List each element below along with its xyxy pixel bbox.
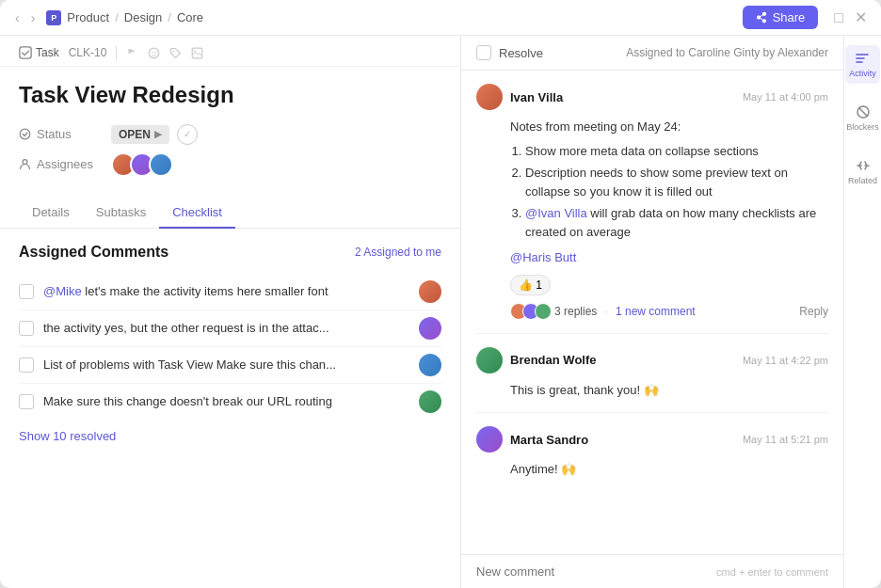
comment-body-brendan: This is great, thank you! 🙌 xyxy=(476,381,828,400)
checklist-section: Assigned Comments 2 Assigned to me @Mike… xyxy=(0,229,460,458)
task-title[interactable]: Task View Redesign xyxy=(19,82,441,109)
comment-time-brendan: May 11 at 4:22 pm xyxy=(743,355,828,366)
svg-rect-0 xyxy=(20,47,31,58)
status-arrow: ▶ xyxy=(154,129,162,139)
checklist-checkbox-2[interactable] xyxy=(19,321,34,336)
checklist-item: @Mike let's make the activity items here… xyxy=(19,274,441,310)
app-window: ‹ › P Product / Design / Core Share □ ✕ xyxy=(0,0,881,588)
task-type-label: Task xyxy=(36,46,59,59)
checklist-checkbox-1[interactable] xyxy=(19,284,34,299)
list-item: Description needs to show some preview t… xyxy=(525,164,828,200)
checklist-checkbox-4[interactable] xyxy=(19,394,34,409)
comment-author-brendan: Brendan Wolfe xyxy=(510,353,597,367)
image-button[interactable] xyxy=(191,47,203,59)
checklist-title: Assigned Comments xyxy=(19,244,168,261)
emoji-icon xyxy=(148,47,160,59)
tab-subtasks[interactable]: Subtasks xyxy=(83,198,159,229)
person-icon xyxy=(19,158,31,170)
svg-point-2 xyxy=(152,51,153,53)
checklist-item: Make sure this change doesn't break our … xyxy=(19,384,441,420)
assigned-badge[interactable]: 2 Assigned to me xyxy=(355,246,441,259)
close-button[interactable]: ✕ xyxy=(852,7,870,28)
reaction-button[interactable]: 👍 1 xyxy=(510,275,551,295)
new-comment-hint: cmd + enter to comment xyxy=(716,566,828,578)
assignees[interactable] xyxy=(111,152,168,177)
resize-button[interactable]: □ xyxy=(831,7,846,28)
reply-button[interactable]: Reply xyxy=(799,305,828,318)
replies-link[interactable]: 3 replies xyxy=(554,305,597,318)
comment-body-marta: Anytime! 🙌 xyxy=(476,460,828,479)
comment-header: Ivan Villa May 11 at 4:00 pm xyxy=(476,84,828,110)
new-comment-input[interactable] xyxy=(476,564,709,579)
share-button[interactable]: Share xyxy=(743,6,819,29)
comment-body-ivan: Notes from meeting on May 24: Show more … xyxy=(476,118,828,267)
titlebar: ‹ › P Product / Design / Core Share □ ✕ xyxy=(0,0,881,36)
breadcrumb-design[interactable]: Design xyxy=(124,10,162,24)
tabs: Details Subtasks Checklist xyxy=(0,198,460,229)
sidebar-activity[interactable]: Activity xyxy=(845,45,880,84)
window-controls: □ ✕ xyxy=(831,7,870,28)
status-label: Status xyxy=(19,127,104,141)
breadcrumb-core[interactable]: Core xyxy=(177,10,203,24)
task-id: CLK-10 xyxy=(69,46,107,59)
new-comment-link[interactable]: 1 new comment xyxy=(616,305,696,318)
comment-block: Brendan Wolfe May 11 at 4:22 pm This is … xyxy=(476,334,828,414)
comment-author-ivan: Ivan Villa xyxy=(510,90,563,104)
svg-point-4 xyxy=(173,50,175,52)
tab-checklist[interactable]: Checklist xyxy=(159,198,235,229)
status-icon xyxy=(19,128,31,140)
product-icon: P xyxy=(46,10,61,25)
ci-avatar-4 xyxy=(419,390,441,413)
list-item: Show more meta data on collapse sections xyxy=(525,142,828,161)
left-panel: Task CLK-10 xyxy=(0,36,461,588)
right-sidebar: Activity Blockers Related xyxy=(843,36,881,588)
assignees-field: Assignees xyxy=(19,152,441,177)
breadcrumb-sep-2: / xyxy=(168,10,171,24)
svg-rect-5 xyxy=(193,48,203,58)
assignees-label: Assignees xyxy=(19,157,104,171)
tab-details[interactable]: Details xyxy=(19,198,83,229)
checklist-item: the activity yes, but the other request … xyxy=(19,310,441,347)
checklist-checkbox-3[interactable] xyxy=(19,358,34,373)
sidebar-related[interactable]: Related xyxy=(844,152,881,191)
resolve-label[interactable]: Resolve xyxy=(499,46,543,60)
svg-point-6 xyxy=(194,50,196,52)
task-toolbar: Task CLK-10 xyxy=(0,36,460,67)
avatar-3 xyxy=(149,152,173,177)
resolve-checkbox[interactable] xyxy=(476,45,491,60)
breadcrumb-product[interactable]: Product xyxy=(67,10,109,24)
comment-avatars xyxy=(510,303,547,320)
mention-haris: @Haris Butt xyxy=(510,250,576,264)
emoji-button[interactable] xyxy=(148,47,160,59)
checklist-text-4: Make sure this change doesn't break our … xyxy=(43,394,409,408)
flag-button[interactable] xyxy=(126,47,138,59)
forward-button[interactable]: › xyxy=(27,8,40,27)
flag-icon xyxy=(126,47,138,59)
toolbar-divider xyxy=(116,45,117,60)
comment-avatar-brendan xyxy=(476,347,503,373)
ci-avatar-1 xyxy=(419,280,441,303)
image-icon xyxy=(191,47,203,59)
comment-block: Ivan Villa May 11 at 4:00 pm Notes from … xyxy=(476,71,828,334)
show-resolved-link[interactable]: Show 10 resolved xyxy=(19,429,116,443)
checklist-text-3: List of problems with Task View Make sur… xyxy=(43,358,409,372)
share-label: Share xyxy=(773,10,806,24)
comment-list: Show more meta data on collapse sections… xyxy=(510,142,828,242)
sidebar-blockers[interactable]: Blockers xyxy=(842,99,881,137)
comment-avatar-marta xyxy=(476,426,503,453)
comment-header: Marta Sandro May 11 at 5:21 pm xyxy=(476,426,828,453)
activity-icon xyxy=(855,51,870,66)
status-field: Status OPEN ▶ ✓ xyxy=(19,124,441,145)
checklist-text-2: the activity yes, but the other request … xyxy=(43,321,409,335)
back-button[interactable]: ‹ xyxy=(11,8,24,27)
related-icon xyxy=(856,158,871,173)
status-badge[interactable]: OPEN ▶ xyxy=(111,125,169,144)
tag-button[interactable] xyxy=(169,47,182,59)
svg-point-8 xyxy=(23,160,27,165)
new-comment-bar: cmd + enter to comment xyxy=(461,554,843,588)
status-check[interactable]: ✓ xyxy=(177,124,198,145)
checklist-text-1: @Mike let's make the activity items here… xyxy=(43,284,409,298)
comment-footer: 3 replies · 1 new comment Reply xyxy=(476,303,828,320)
comment-author-marta: Marta Sandro xyxy=(510,433,588,447)
resolve-bar: Resolve Assigned to Caroline Ginty by Al… xyxy=(461,36,843,71)
